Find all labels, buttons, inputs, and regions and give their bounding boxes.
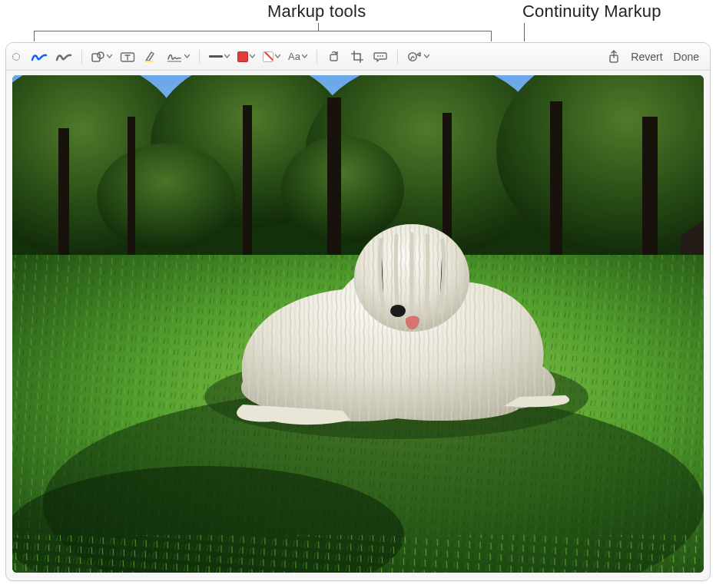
sketch-icon [31,51,48,63]
window-control-placeholder[interactable] [12,53,20,61]
toolbar-separator [397,50,398,64]
image-description-button[interactable] [370,47,391,67]
markup-window: Aa [5,42,711,581]
chevron-down-icon [424,54,429,59]
draw-icon [55,51,72,63]
border-color-button[interactable] [234,47,258,67]
text-button[interactable] [117,47,138,67]
fill-color-button[interactable] [260,47,283,67]
fill-color-swatch-none [263,51,273,62]
revert-button[interactable]: Revert [626,47,667,67]
crop-button[interactable] [346,47,368,67]
svg-rect-40 [12,535,704,573]
shape-style-button[interactable] [206,47,233,67]
chevron-down-icon [250,54,255,59]
revert-label: Revert [631,51,662,63]
textbox-icon [120,51,135,63]
toolbar-separator [199,50,200,64]
svg-rect-24 [58,128,69,270]
svg-rect-5 [330,55,337,61]
done-label: Done [674,51,699,63]
svg-rect-26 [243,105,252,270]
svg-point-1 [98,52,104,58]
svg-point-8 [382,55,383,57]
svg-point-23 [281,136,404,243]
rotate-button[interactable] [323,47,345,67]
share-icon [608,50,619,64]
svg-rect-25 [128,117,135,270]
chevron-down-icon [107,54,112,59]
chevron-down-icon [184,54,190,59]
crop-icon [351,51,363,63]
callout-label-continuity-markup: Continuity Markup [522,2,661,21]
text-style-label: Aa [288,51,300,62]
markup-toolbar: Aa [6,43,710,71]
border-color-swatch [237,51,248,62]
shapes-icon [91,51,105,63]
svg-rect-29 [550,101,562,270]
text-style-button[interactable]: Aa [285,47,310,67]
toolbar-separator [317,50,317,64]
rotate-icon [328,51,340,63]
svg-point-22 [97,144,235,251]
draw-button[interactable] [52,47,75,67]
chevron-down-icon [224,54,230,59]
continuity-icon [407,51,423,63]
svg-point-7 [380,55,381,57]
svg-point-6 [377,55,379,57]
callout-bracket-markup-tools [34,23,492,41]
signature-icon [166,51,183,63]
svg-rect-30 [642,117,658,270]
svg-rect-3 [145,61,153,62]
callout-bracket-continuity [524,23,525,41]
chevron-down-icon [275,54,280,59]
svg-rect-27 [327,97,341,270]
share-button[interactable] [603,47,625,67]
speech-bubble-icon [373,51,387,63]
continuity-markup-button[interactable] [404,47,433,67]
shapes-button[interactable] [88,47,115,67]
toolbar-separator [81,50,82,64]
chevron-down-icon [302,54,307,59]
line-weight-icon [209,55,223,58]
callout-label-markup-tools: Markup tools [267,2,366,21]
highlight-button[interactable] [140,47,161,67]
svg-point-39 [390,305,406,317]
sign-button[interactable] [163,47,193,67]
image-content [12,75,704,573]
done-button[interactable]: Done [669,47,704,67]
sketch-button[interactable] [28,47,51,67]
highlighter-icon [144,51,157,63]
image-canvas[interactable] [12,75,704,573]
